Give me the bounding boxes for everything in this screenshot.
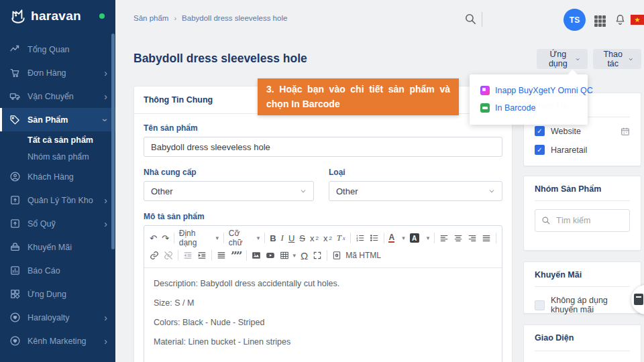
actions-dropdown-button[interactable]: Thao tác xyxy=(593,49,641,69)
website-checkbox[interactable]: ✓ xyxy=(535,126,545,136)
undo-button[interactable]: ↶ xyxy=(150,233,157,243)
search-icon xyxy=(541,216,551,225)
vendor-select[interactable]: Other xyxy=(144,181,314,201)
vendor-label: Nhà cung cấp xyxy=(144,168,314,177)
sidebar-item-cashbook[interactable]: Sổ Quỹ› xyxy=(0,212,115,235)
italic-button[interactable]: I xyxy=(281,233,284,243)
redo-button[interactable]: ↷ xyxy=(162,233,169,243)
inapp-app-icon xyxy=(480,86,490,95)
align-left-button[interactable] xyxy=(439,233,449,243)
search-icon[interactable] xyxy=(464,13,477,25)
blockquote-button[interactable]: ”” xyxy=(231,253,241,258)
avatar[interactable]: TS xyxy=(564,9,586,31)
app-launcher-icon[interactable] xyxy=(594,15,598,19)
menu-item-in-barcode[interactable]: In Barcode xyxy=(480,99,577,117)
ordered-list-button[interactable] xyxy=(356,233,365,243)
insert-video-button[interactable] xyxy=(266,251,275,260)
channel-row-hararetail: ✓ Hararetail xyxy=(535,145,630,155)
format-dropdown[interactable]: Định dạng▾ xyxy=(179,229,219,247)
line-height-button[interactable] xyxy=(217,251,226,260)
editor-toolbar: ↶ ↷ Định dạng▾ Cỡ chữ▾ B I U S x2 x2 Tx xyxy=(144,226,502,268)
highlight-color-button[interactable]: A xyxy=(410,233,419,243)
sidebar-subitem-all-products[interactable]: Tất cả sản phẩm xyxy=(0,131,115,148)
fontsize-dropdown[interactable]: Cỡ chữ▾ xyxy=(229,229,260,247)
underline-button[interactable]: U xyxy=(288,233,294,243)
remove-link-button[interactable] xyxy=(164,251,173,260)
bullet-list-button[interactable] xyxy=(370,233,379,243)
schedule-icon[interactable] xyxy=(621,127,630,136)
align-justify-button[interactable] xyxy=(482,233,491,243)
rich-text-editor: ↶ ↷ Định dạng▾ Cỡ chữ▾ B I U S x2 x2 Tx xyxy=(144,225,502,362)
chevron-right-icon: › xyxy=(104,219,107,229)
description-line: Description: Babydoll dress accidentally… xyxy=(154,279,492,288)
chevron-right-icon: › xyxy=(104,68,107,78)
bold-button[interactable]: B xyxy=(270,233,276,243)
vietnam-flag-icon[interactable]: ★ xyxy=(631,15,644,25)
description-line: Size: S / M xyxy=(154,298,492,308)
notification-bell-icon[interactable] xyxy=(614,13,627,26)
editor-content[interactable]: Description: Babydoll dress accidentally… xyxy=(144,268,502,362)
strikethrough-button[interactable]: S xyxy=(299,233,305,243)
sidebar-item-inventory[interactable]: Quản Lý Tồn Kho› xyxy=(0,188,115,212)
customer-icon xyxy=(9,171,21,182)
superscript-button[interactable]: x2 xyxy=(323,233,332,243)
html-code-button[interactable]: Mã HTML xyxy=(332,251,381,260)
indent-button[interactable] xyxy=(197,251,207,260)
breadcrumb-section[interactable]: Sản phẩm xyxy=(133,14,168,22)
sidebar-item-apps[interactable]: Ứng Dụng xyxy=(0,282,115,306)
insert-link-button[interactable] xyxy=(150,251,159,260)
sidebar-item-marketing[interactable]: Kênh Marketing› xyxy=(0,329,115,353)
chevron-down-icon xyxy=(300,188,307,194)
chevron-right-icon: › xyxy=(104,313,107,322)
sidebar-item-haraloyalty[interactable]: Haraloyalty› xyxy=(0,306,115,329)
online-status-dot xyxy=(99,13,105,19)
breadcrumb-page: Babydoll dress sleeveless hole xyxy=(182,14,287,22)
clear-format-button[interactable]: Tx xyxy=(337,233,345,243)
product-name-input[interactable] xyxy=(144,137,502,157)
align-center-button[interactable] xyxy=(453,233,463,243)
chevron-down-icon xyxy=(576,56,580,62)
chevron-right-icon: › xyxy=(104,337,107,346)
haravan-logo-icon xyxy=(9,7,27,25)
sidebar-subitem-collections[interactable]: Nhóm sản phẩm xyxy=(0,148,115,165)
truck-icon xyxy=(9,90,21,102)
loyalty-heart-icon xyxy=(9,312,21,323)
sidebar-item-promotions[interactable]: Khuyến Mãi xyxy=(0,235,115,259)
topbar-divider xyxy=(482,12,482,27)
brand-logo[interactable]: haravan xyxy=(0,0,115,32)
collections-search xyxy=(535,209,630,232)
apps-dropdown-menu: Inapp BuyXgetY Omni QC In Barcode xyxy=(470,74,588,125)
fullscreen-button[interactable] xyxy=(313,251,322,260)
sidebar-item-products[interactable]: Sản Phẩm› xyxy=(0,108,115,131)
sidebar-item-overview[interactable]: Tổng Quan xyxy=(0,38,115,61)
sidebar-item-reports[interactable]: Báo Cáo xyxy=(0,259,115,282)
chevron-down-icon: › xyxy=(101,118,111,121)
apps-dropdown-button[interactable]: Ứng dụng xyxy=(537,49,588,69)
promotion-basket-icon xyxy=(9,241,21,253)
type-select[interactable]: Other xyxy=(329,181,502,201)
tag-icon xyxy=(9,114,21,125)
promotion-row: Không áp dụng khuyến mãi xyxy=(535,296,630,314)
sidebar-item-shipping[interactable]: Vận Chuyển› xyxy=(0,84,115,108)
outdent-button[interactable] xyxy=(183,251,193,260)
chevron-down-icon xyxy=(629,56,633,62)
theme-card: Giao Diện xyxy=(523,324,641,362)
chevron-down-icon xyxy=(488,188,495,194)
align-right-button[interactable] xyxy=(468,233,477,243)
subscript-button[interactable]: x2 xyxy=(310,233,319,243)
breadcrumb-separator: › xyxy=(174,14,176,22)
special-char-button[interactable]: Ω xyxy=(301,250,308,261)
sidebar-item-orders[interactable]: Đơn Hàng› xyxy=(0,61,115,84)
inventory-box-icon xyxy=(9,194,21,206)
report-chart-icon xyxy=(9,265,21,276)
text-color-button[interactable]: A xyxy=(388,233,394,243)
insert-table-button[interactable]: ▾ xyxy=(280,251,297,260)
insert-image-button[interactable] xyxy=(252,251,261,260)
general-info-card: Thông Tin Chung Tên sản phẩm Nhà cung cấ… xyxy=(133,86,513,362)
menu-item-inapp-buyxgety[interactable]: Inapp BuyXgetY Omni QC xyxy=(480,82,577,99)
sidebar-scrollbar-thumb[interactable] xyxy=(111,34,115,249)
collections-search-input[interactable] xyxy=(556,216,623,225)
sidebar-item-customers[interactable]: Khách Hàng xyxy=(0,165,115,188)
hararetail-checkbox[interactable]: ✓ xyxy=(535,145,545,155)
no-promotion-checkbox[interactable] xyxy=(535,300,545,310)
